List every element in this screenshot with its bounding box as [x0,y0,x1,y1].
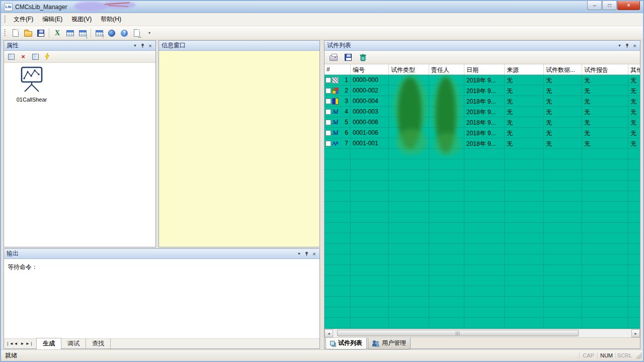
last-page-icon[interactable]: ►❘ [26,341,32,346]
save-list-button[interactable] [342,51,354,63]
menu-help[interactable]: 帮助(H) [96,13,126,26]
empty-row [325,265,640,276]
empty-row [325,212,640,223]
tab-user-management[interactable]: 用户管理 [368,338,411,349]
prev-page-icon[interactable]: ◄ [13,341,19,346]
close-panel-button[interactable]: × [310,250,318,257]
menu-edit[interactable]: 编辑(E) [38,13,67,26]
cell [429,138,464,149]
empty-cell [429,180,464,191]
specimen-row[interactable]: 30000-0042018年 9...无无无无 [325,96,640,107]
help-button[interactable]: ? [118,27,130,39]
tab-specimen-list[interactable]: 试件列表 [326,338,367,349]
cell: 无 [505,117,544,128]
specimen-row[interactable]: 10000-0002018年 9...无无无无 [325,75,640,85]
close-panel-button[interactable]: × [146,42,154,49]
tab-find[interactable]: 查找 [86,338,111,349]
delete-button[interactable]: × [19,52,28,61]
pin-button[interactable] [303,250,310,257]
row-checkbox[interactable] [326,109,331,115]
run-button[interactable] [43,52,52,61]
row-checkbox[interactable] [326,77,331,83]
maximize-button[interactable]: □ [602,1,617,10]
specimen-row[interactable]: 70001-0012018年 9...无无无无 [325,138,640,149]
pin-button[interactable] [139,42,146,49]
save-button[interactable] [35,27,47,39]
cell: 无 [582,117,628,128]
column-header[interactable]: 试件类型 [389,64,429,74]
row-checkbox[interactable] [326,99,331,104]
empty-cell [464,212,505,223]
specimen-row[interactable]: 3d50000-0062018年 9...无无无无 [325,117,640,128]
cell: 无 [544,128,582,138]
cell [429,128,464,138]
3d-icon: 3d [332,109,338,115]
users-icon [372,340,380,346]
categorize-button[interactable] [7,52,16,61]
empty-cell [544,297,582,307]
globe-button[interactable] [106,27,118,39]
column-header[interactable]: 其他 [628,64,640,74]
scrollbar-track[interactable] [333,329,631,337]
row-checkbox[interactable] [326,88,331,94]
column-header[interactable]: 试件报告 [582,64,628,74]
open-file-button[interactable] [22,27,34,39]
scrollbar-thumb[interactable] [337,330,579,336]
first-page-icon[interactable]: ❘◄ [6,341,13,346]
report-button[interactable]: → [131,27,143,39]
row-checkbox[interactable] [326,120,331,125]
tab-label: 试件列表 [338,339,362,347]
scroll-right-icon[interactable]: ► [631,329,640,337]
cell: 无 [544,96,582,107]
empty-cell [464,149,505,159]
next-page-icon[interactable]: ► [19,341,26,346]
minimize-button[interactable]: – [587,1,602,10]
cell: 无 [628,75,640,85]
export-button[interactable]: ↑ [93,27,105,39]
window-position-button[interactable]: ▼ [295,250,303,257]
cell: 无 [582,96,628,107]
print-button[interactable] [328,51,340,63]
column-header[interactable]: 来源 [505,64,544,74]
column-header[interactable]: 试件数据... [544,64,582,74]
specimen-row[interactable]: 3d60001-0062018年 9...无无无无 [325,128,640,138]
pin-button[interactable] [623,42,631,49]
horizontal-scrollbar[interactable]: ◄ ► [325,329,640,337]
column-header[interactable]: 责任人 [429,64,464,74]
table-view-button[interactable] [64,27,76,39]
new-file-button[interactable] [10,27,22,39]
menu-view[interactable]: 视图(V) [67,13,96,26]
empty-cell [325,170,351,180]
empty-cell [544,170,582,180]
row-checkbox[interactable] [326,141,331,146]
library-item[interactable]: 01CallShear [9,66,54,103]
column-header[interactable]: # [325,64,351,74]
close-button[interactable]: × [617,1,640,10]
cell [389,138,429,149]
window-position-button[interactable]: ▼ [616,42,623,49]
row-checkbox[interactable] [326,130,331,136]
resize-grip[interactable] [635,352,642,359]
specimen-row[interactable]: 3d40000-0032018年 9...无无无无 [325,107,640,117]
grid-icon [32,54,39,60]
panel-title: 输出 [7,249,295,258]
close-panel-button[interactable]: × [631,42,638,49]
scroll-left-icon[interactable]: ◄ [325,329,333,337]
column-header[interactable]: 日期 [464,64,505,74]
empty-cell [628,180,640,191]
empty-cell [351,180,389,191]
import-button[interactable]: ↓ [76,27,89,39]
app-icon[interactable]: Lib [4,3,13,11]
column-header[interactable]: 编号 [351,64,389,74]
empty-cell [429,276,464,286]
specimen-row[interactable]: 20000-0022018年 9...无无无无 [325,85,640,96]
delete-row-button[interactable] [357,51,369,63]
specimen-panel: 试件列表 ▼ × #编号试件类型责任人日期来源试件数据...试件报告其他 [324,40,640,349]
excel-export-button[interactable]: X [51,27,63,39]
toolbar-overflow-button[interactable]: ▾ [143,27,155,39]
window-position-button[interactable]: ▼ [131,42,139,49]
menu-file[interactable]: 文件(F) [9,13,38,26]
grid-view-button[interactable] [31,52,40,61]
tab-debug[interactable]: 调试 [61,338,86,349]
tab-generate[interactable]: 生成 [36,338,61,349]
